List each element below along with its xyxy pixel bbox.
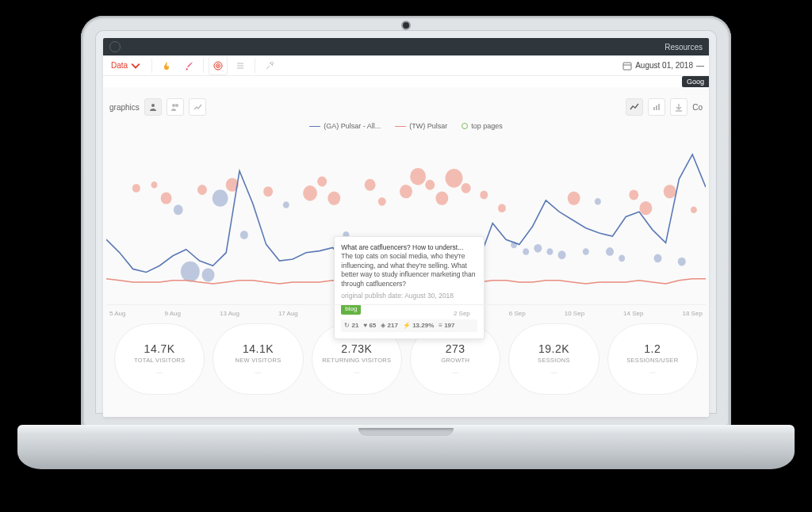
- content-area: graphics Co (GA) Pulsar - All...: [103, 87, 709, 417]
- download-icon[interactable]: [670, 98, 688, 116]
- stat-retweets: ↻ 21: [344, 322, 358, 331]
- x-tick: 17 Aug: [278, 310, 298, 317]
- data-dropdown[interactable]: Data: [103, 61, 148, 71]
- svg-point-6: [175, 104, 178, 107]
- x-tick: 13 Aug: [220, 310, 239, 317]
- view-user-icon[interactable]: [144, 98, 162, 116]
- metric-card[interactable]: 14.7KTOTAL VISITORS—: [114, 323, 205, 395]
- metric-value: 19.2K: [538, 342, 569, 355]
- svg-point-29: [435, 191, 448, 204]
- subbar-right-label: Co: [692, 103, 703, 112]
- legend-item-c[interactable]: top pages: [462, 122, 503, 130]
- metric-value: 2.73K: [341, 342, 372, 355]
- tooltip-stats: ↻ 21 ♥ 65 ◈ 217 ⚡ 13.29% ≡ 197: [341, 319, 477, 333]
- chart-legend: (GA) Pulsar - All... (TW) Pulsar top pag…: [103, 122, 709, 130]
- metric-label: SESSIONS: [538, 357, 570, 364]
- svg-point-37: [546, 248, 553, 255]
- svg-point-25: [378, 197, 386, 206]
- svg-point-38: [558, 250, 566, 259]
- legend-item-b[interactable]: (TW) Pulsar: [395, 122, 447, 130]
- chevron-down-icon: [131, 61, 140, 71]
- svg-point-4: [151, 104, 155, 107]
- svg-point-41: [595, 198, 601, 205]
- view-group-icon[interactable]: [167, 98, 184, 116]
- legend-label: top pages: [471, 122, 503, 130]
- app-menubar: Data August 01, 2018 —: [103, 55, 709, 76]
- svg-point-17: [240, 231, 248, 239]
- view-trend-icon[interactable]: [189, 98, 206, 116]
- metric-card[interactable]: 19.2KSESSIONS—: [508, 323, 599, 395]
- metric-value: 1.2: [644, 342, 661, 355]
- svg-point-27: [410, 168, 426, 185]
- svg-rect-7: [653, 107, 655, 110]
- chart[interactable]: What are catfluencers? How to underst...…: [106, 135, 706, 317]
- metric-trend: —: [550, 369, 557, 376]
- x-tick: 2 Sep: [454, 310, 470, 317]
- svg-point-20: [303, 185, 317, 201]
- tooltip-publish: original publish date: August 30, 2018: [341, 292, 477, 300]
- chart-x-axis: 5 Aug9 Aug13 Aug17 Aug2 Sep6 Sep10 Sep14…: [106, 304, 706, 317]
- svg-point-21: [317, 177, 327, 187]
- svg-point-32: [480, 191, 488, 200]
- date-range[interactable]: August 01, 2018: [635, 61, 693, 70]
- svg-point-14: [197, 185, 207, 195]
- metric-trend: —: [354, 369, 360, 376]
- svg-point-43: [619, 255, 625, 262]
- svg-point-49: [691, 206, 697, 213]
- metric-label: RETURNING VISITORS: [322, 357, 391, 364]
- tools-icon[interactable]: [260, 56, 279, 75]
- stat-favs: ♥ 65: [363, 322, 376, 331]
- legend-swatch: [309, 126, 320, 127]
- svg-point-30: [446, 169, 463, 188]
- legend-swatch: [395, 126, 406, 127]
- trackpad-notch: [358, 428, 454, 436]
- svg-point-12: [161, 193, 172, 204]
- tooltip-publish-prefix: original publish date:: [341, 292, 403, 300]
- metric-label: GROWTH: [441, 357, 469, 364]
- separator: [203, 59, 204, 73]
- rocket-icon[interactable]: [179, 56, 198, 75]
- svg-point-48: [678, 258, 686, 266]
- stat-views: ◈ 217: [381, 322, 398, 331]
- tooltip-publish-date: August 30, 2018: [404, 292, 454, 300]
- legend-label: (TW) Pulsar: [409, 122, 447, 130]
- list-icon[interactable]: [231, 56, 250, 75]
- svg-point-35: [523, 248, 529, 255]
- svg-point-33: [498, 204, 506, 212]
- source-pill[interactable]: Goog: [682, 76, 709, 87]
- x-tick: 14 Sep: [623, 310, 643, 317]
- svg-point-13: [174, 204, 183, 215]
- resources-menu[interactable]: Resources: [665, 43, 703, 52]
- metric-card[interactable]: 14.1KNEW VISITORS—: [213, 323, 303, 395]
- metric-value: 14.7K: [144, 342, 175, 355]
- metric-trend: —: [255, 369, 261, 376]
- tooltip-title: What are catfluencers? How to underst...: [341, 243, 477, 252]
- svg-point-36: [534, 244, 542, 253]
- svg-point-28: [425, 180, 435, 190]
- x-tick: 9 Aug: [164, 310, 180, 317]
- svg-point-44: [629, 189, 638, 200]
- flame-icon[interactable]: [157, 56, 176, 75]
- svg-point-2: [217, 65, 219, 67]
- chart-tooltip: What are catfluencers? How to underst...…: [334, 236, 485, 339]
- target-icon[interactable]: [209, 56, 228, 75]
- chart-bar-icon[interactable]: [648, 98, 665, 116]
- metric-trend: —: [452, 369, 458, 376]
- metric-trend: —: [649, 369, 656, 376]
- svg-point-46: [654, 254, 662, 262]
- separator: [151, 59, 152, 73]
- view-subbar: graphics Co: [103, 95, 709, 119]
- metric-value: 14.1K: [243, 342, 274, 355]
- metric-card[interactable]: 1.2SESSIONS/USER—: [607, 323, 698, 395]
- date-dash: —: [696, 61, 704, 70]
- calendar-icon: [622, 61, 632, 71]
- legend-item-a[interactable]: (GA) Pulsar - All...: [309, 122, 381, 130]
- chart-line-icon[interactable]: [626, 98, 643, 116]
- x-tick: 6 Sep: [509, 310, 526, 317]
- svg-point-45: [639, 201, 652, 215]
- tooltip-body: The top cats on social media, who they'r…: [341, 252, 477, 288]
- subbar-left-label: graphics: [109, 103, 140, 112]
- screen-inner: Resources Data: [84, 19, 728, 425]
- x-tick: 18 Sep: [682, 310, 702, 317]
- svg-point-11: [151, 181, 158, 189]
